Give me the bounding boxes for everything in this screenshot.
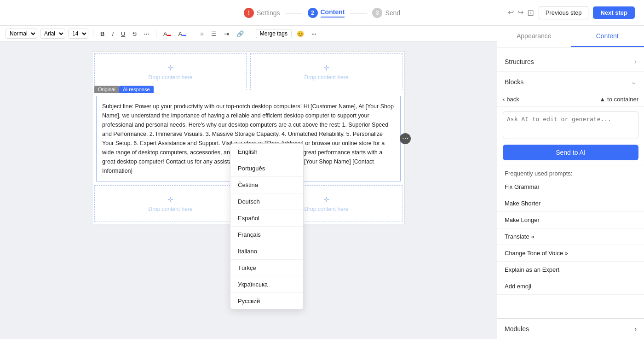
language-item[interactable]: Русский [230,293,303,309]
up-arrow-icon: ▲ [599,96,605,103]
tab-original[interactable]: Original [94,86,119,93]
panel-body: Structures › Blocks ⌄ ‹ back ▲ to contai… [497,47,644,318]
step3-label: Send [385,9,400,17]
step1-label: Settings [257,9,280,17]
language-item[interactable]: Italiano [230,243,303,260]
blocks-label: Blocks [505,78,523,86]
step-sep-2: —— [350,8,367,18]
font-color-button[interactable]: A▬ [161,29,173,38]
tab-appearance[interactable]: Appearance [497,26,571,47]
list-button[interactable]: ☰ [209,29,219,38]
ai-input-area: Send to AI [497,107,644,165]
prompt-item[interactable]: Make Shorter [497,195,644,212]
drop-zone-1[interactable]: ✛ Drop content here [94,53,247,90]
to-container-label: to container [607,96,638,103]
redo-icon[interactable]: ↪ [518,8,523,18]
strikethrough-button[interactable]: S [130,29,139,38]
drop-label-3: Drop content here [148,206,192,212]
send-to-ai-button[interactable]: Send to AI [503,145,638,160]
prompt-item[interactable]: Fix Grammar [497,179,644,195]
language-item[interactable]: Español [230,210,303,227]
prompt-item[interactable]: Make Longer [497,212,644,228]
extra-options-button[interactable]: ··· [309,29,319,38]
view-icon[interactable]: ⊡ [527,8,534,18]
right-panel: Appearance Content Structures › Blocks ⌄… [497,26,644,339]
top-bar: ! Settings —— 2 Content —— 3 Send ↩ ↪ ⊡ … [0,0,644,26]
language-item[interactable]: English [230,144,303,160]
drop-label-4: Drop content here [304,206,348,212]
drop-icon-3: ✛ [167,195,173,204]
canvas: ✛ Drop content here ✛ Drop content here … [0,42,497,339]
next-step-button[interactable]: Next step [593,6,635,19]
to-container-button[interactable]: ▲ to container [599,96,638,103]
prompt-item[interactable]: Change Tone of Voice » [497,245,644,262]
prompts-label: Frequently used prompts: [497,165,644,179]
step-content[interactable]: 2 Content [308,8,345,18]
language-dropdown: EnglishPortuguêsČeštinaDeutschEspañolFra… [230,143,304,310]
editor-area: Normal Arial 14 B I U S ··· A▬ A▬ ≡ ☰ ⇥ … [0,26,497,339]
divider-2 [156,29,156,38]
tab-ai-response[interactable]: AI response [119,86,154,93]
font-select[interactable]: Arial [40,29,65,39]
emoji-button[interactable]: 😊 [294,29,306,38]
bold-button[interactable]: B [98,29,107,38]
text-block-tabs: Original AI response [94,86,154,93]
prompt-item[interactable]: Add emoji [497,278,644,295]
top-bar-icons: ↩ ↪ ⊡ [508,8,534,18]
drop-zone-2[interactable]: ✛ Drop content here [250,53,402,90]
drop-icon-2: ✛ [323,64,329,72]
style-select[interactable]: Normal [6,29,37,39]
divider-4 [251,29,251,38]
divider-3 [193,29,193,38]
language-item[interactable]: Français [230,227,303,243]
drop-label-1: Drop content here [148,74,192,81]
step2-label: Content [321,8,345,18]
blocks-section[interactable]: Blocks ⌄ [497,72,644,92]
align-button[interactable]: ≡ [198,29,206,38]
step2-badge: 2 [308,8,318,18]
toolbar: Normal Arial 14 B I U S ··· A▬ A▬ ≡ ☰ ⇥ … [0,26,497,42]
ai-textarea[interactable] [503,111,638,139]
drop-zone-3[interactable]: ✛ Drop content here [94,185,247,222]
modules-label: Modules [505,325,529,333]
more-format-button[interactable]: ··· [142,29,151,38]
undo-icon[interactable]: ↩ [508,8,514,18]
drop-icon-1: ✛ [167,64,173,72]
step-send[interactable]: 3 Send [372,8,400,18]
link-button[interactable]: 🔗 [234,29,246,38]
divider-1 [93,29,93,38]
nav-row: ‹ back ▲ to container [497,92,644,107]
back-chevron-icon: ‹ [503,96,505,103]
steps: ! Settings —— 2 Content —— 3 Send [244,8,400,18]
prompt-item[interactable]: Translate » [497,228,644,245]
language-item[interactable]: Українська [230,276,303,293]
step3-badge: 3 [372,8,382,18]
previous-step-button[interactable]: Previous step [539,6,589,19]
structures-section[interactable]: Structures › [497,52,644,72]
prompts-list: Fix GrammarMake ShorterMake LongerTransl… [497,179,644,295]
drag-handle[interactable]: ⋯ [400,133,411,144]
step-settings[interactable]: ! Settings [244,8,280,18]
modules-chevron-icon: › [634,325,637,333]
structures-label: Structures [505,58,534,65]
prompt-item[interactable]: Explain as an Expert [497,262,644,278]
drop-label-2: Drop content here [304,74,348,81]
back-button[interactable]: ‹ back [503,96,519,103]
indent-button[interactable]: ⇥ [222,29,231,38]
top-bar-right: ↩ ↪ ⊡ Previous step Next step [508,6,635,19]
language-item[interactable]: Čeština [230,177,303,193]
tab-content[interactable]: Content [571,26,644,47]
merge-tags-button[interactable]: Merge tags [256,29,292,38]
language-item[interactable]: Deutsch [230,193,303,210]
highlight-button[interactable]: A▬ [176,29,189,38]
step1-badge: ! [244,8,254,18]
size-select[interactable]: 14 [68,29,88,39]
drop-icon-4: ✛ [323,195,329,204]
main-layout: Normal Arial 14 B I U S ··· A▬ A▬ ≡ ☰ ⇥ … [0,26,644,339]
italic-button[interactable]: I [109,29,116,38]
underline-button[interactable]: U [119,29,127,38]
language-item[interactable]: Português [230,160,303,177]
modules-section[interactable]: Modules › [497,318,644,339]
language-item[interactable]: Türkçe [230,260,303,276]
structures-chevron-icon: › [634,58,637,66]
